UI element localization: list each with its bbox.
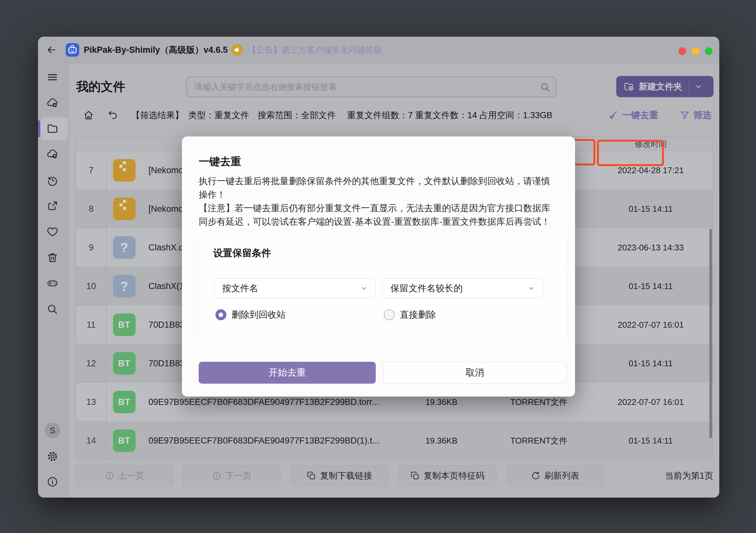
table-scrollbar[interactable] xyxy=(709,229,712,438)
announcement-link[interactable]: 【公告】第三方客户端常见问题答疑 xyxy=(248,37,382,63)
search-input[interactable] xyxy=(187,77,556,96)
file-type-icon: BT xyxy=(113,352,136,375)
copy-download-link-button[interactable]: 复制下载链接 xyxy=(291,466,388,486)
row-number: 7 xyxy=(76,151,107,190)
sidebar-item-cloud-download[interactable] xyxy=(46,97,59,109)
sidebar-item-gamepad[interactable] xyxy=(46,277,59,289)
announcement-icon xyxy=(231,44,243,56)
radio-delete-to-recycle[interactable]: 删除到回收站 xyxy=(215,309,285,321)
file-modified: 2023-06-13 14:33 xyxy=(610,243,691,253)
hamburger-menu-icon[interactable] xyxy=(46,71,59,83)
sidebar-item-my-files[interactable] xyxy=(46,122,59,135)
chevron-down-icon[interactable] xyxy=(694,82,703,91)
row-number: 13 xyxy=(76,383,107,421)
page-title: 我的文件 xyxy=(76,79,125,95)
home-button[interactable] xyxy=(83,102,94,128)
row-number: 14 xyxy=(76,421,107,460)
file-type-icon: BT xyxy=(113,391,136,413)
annotation-box-dedup xyxy=(597,140,664,166)
sidebar-item-history[interactable] xyxy=(46,174,59,186)
sidebar-item-share[interactable] xyxy=(46,200,59,212)
file-type-icon: ? xyxy=(113,275,136,297)
dedup-button[interactable]: 一键去重 xyxy=(608,102,658,128)
radio-delete-directly[interactable]: 直接删除 xyxy=(384,309,436,321)
sidebar-active-indicator xyxy=(38,120,40,137)
page-info: 当前为第1页 xyxy=(646,466,713,486)
row-number: 10 xyxy=(76,267,107,306)
traffic-light-close[interactable] xyxy=(678,47,686,55)
info-icon[interactable] xyxy=(46,476,59,488)
radio-label: 直接删除 xyxy=(400,309,436,321)
keep-rule-value: 保留文件名较长的 xyxy=(391,282,463,295)
refresh-list-button[interactable]: 刷新列表 xyxy=(507,466,603,486)
titlebar: PikPak-By-Shimily（高级版）v4.6.5 【公告】第三方客户端常… xyxy=(38,37,719,63)
file-type: TORRENT文件 xyxy=(501,396,577,408)
file-modified: 2022-07-07 16:01 xyxy=(610,397,691,407)
traffic-light-minimize[interactable] xyxy=(691,47,699,55)
row-number: 12 xyxy=(76,344,107,383)
start-dedup-button[interactable]: 开始去重 xyxy=(199,362,376,384)
filter-type-label: 类型：重复文件 xyxy=(188,102,249,128)
search-icon[interactable] xyxy=(540,82,551,93)
file-type-icon xyxy=(113,159,136,181)
radio-unselected-icon xyxy=(384,309,395,320)
file-size: 19.36KB xyxy=(404,436,478,446)
row-number: 11 xyxy=(76,306,107,344)
modal-desc-line2: 【注意】若一键去重后仍有部分重复文件一直显示，无法去重的话是因为官方接口数据库同… xyxy=(199,201,559,228)
desktop-background: PikPak-By-Shimily（高级版）v4.6.5 【公告】第三方客户端常… xyxy=(0,0,756,533)
app-logo-icon xyxy=(66,43,79,57)
file-type-icon: ? xyxy=(113,236,136,259)
duplicate-stats: 重复文件组数：7 重复文件数：14 占用空间：1.33GB xyxy=(347,102,553,128)
file-size: 19.36KB xyxy=(404,397,478,407)
avatar[interactable]: S xyxy=(45,423,60,438)
file-modified: 01-15 14:11 xyxy=(610,281,691,291)
next-page-button[interactable]: 下一页 xyxy=(182,466,281,486)
row-number: 8 xyxy=(76,190,107,228)
copy-page-signature-button[interactable]: 复制本页特征码 xyxy=(398,466,497,486)
prev-page-button[interactable]: 上一页 xyxy=(75,466,174,486)
file-type-icon xyxy=(113,198,136,220)
sidebar-item-favorites[interactable] xyxy=(46,226,59,238)
sidebar-item-trash[interactable] xyxy=(46,252,59,264)
file-name: 09E97B95EECF7B0F683DFAE904977F13B2F299BD… xyxy=(148,397,406,407)
keep-condition-card: 设置保留条件 按文件名 保留文件名较长的 删除到回收站 直接删除 xyxy=(199,237,567,340)
radio-label: 删除到回收站 xyxy=(231,309,285,321)
chevron-down-icon xyxy=(528,285,535,292)
sidebar-item-cloud-upload[interactable] xyxy=(46,148,59,161)
file-type-icon: BT xyxy=(113,313,136,336)
file-modified: 01-15 14:11 xyxy=(610,359,691,368)
row-number: 9 xyxy=(76,228,107,267)
traffic-light-maximize[interactable] xyxy=(705,47,713,55)
filter-result-label: 【筛选结果】 xyxy=(131,102,183,128)
button-divider xyxy=(689,80,689,93)
table-row[interactable]: 14 BT 09E97B95EECF7B0F683DFAE904977F13B2… xyxy=(76,421,713,460)
filter-scope-label: 搜索范围：全部文件 xyxy=(257,102,336,128)
filter-button[interactable]: 筛选 xyxy=(679,102,712,128)
group-by-select[interactable]: 按文件名 xyxy=(214,279,375,298)
modal-title: 一键去重 xyxy=(199,154,241,169)
sidebar-item-search[interactable] xyxy=(46,303,59,315)
app-title: PikPak-By-Shimily（高级版）v4.6.5 xyxy=(84,37,228,63)
sidebar: S xyxy=(38,63,69,497)
undo-button[interactable] xyxy=(107,102,119,128)
radio-selected-icon xyxy=(215,309,226,320)
keep-rule-select[interactable]: 保留文件名较长的 xyxy=(383,279,543,298)
new-folder-icon xyxy=(623,81,634,92)
search-bar xyxy=(186,77,556,97)
file-modified: 2022-07-07 16:01 xyxy=(610,320,691,330)
file-modified: 01-15 14:11 xyxy=(610,204,691,214)
file-name: 09E97B95EECF7B0F683DFAE904977F13B2F299BD… xyxy=(148,436,406,446)
cancel-button[interactable]: 取消 xyxy=(383,362,567,384)
file-type: TORRENT文件 xyxy=(501,435,577,446)
file-modified: 2022-04-28 17:21 xyxy=(610,166,691,175)
chevron-down-icon xyxy=(360,285,367,292)
back-button[interactable] xyxy=(46,44,57,56)
file-type-icon: BT xyxy=(113,429,136,452)
dedup-modal: 一键去重 执行一键去重后将批量删除保留条件外的其他重复文件，文件默认删除到回收站… xyxy=(182,137,575,396)
settings-gear-icon[interactable] xyxy=(46,450,59,463)
modal-description: 执行一键去重后将批量删除保留条件外的其他重复文件，文件默认删除到回收站，请谨慎操… xyxy=(199,174,559,228)
keep-condition-title: 设置保留条件 xyxy=(213,247,271,260)
new-folder-button[interactable]: 新建文件夹 xyxy=(616,76,714,97)
modal-desc-line1: 执行一键去重后将批量删除保留条件外的其他重复文件，文件默认删除到回收站，请谨慎操… xyxy=(199,174,559,201)
new-folder-label: 新建文件夹 xyxy=(639,81,682,93)
